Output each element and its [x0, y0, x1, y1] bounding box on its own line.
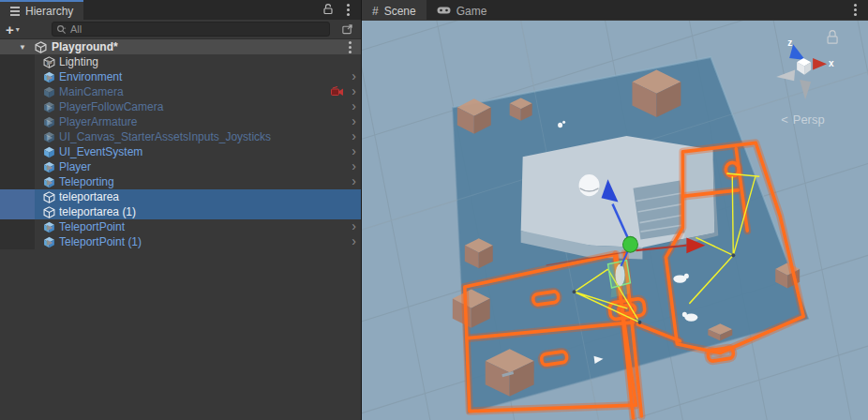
- foldout-arrow-icon[interactable]: ▶: [44, 58, 55, 67]
- tab-hierarchy[interactable]: Hierarchy: [0, 0, 83, 20]
- foldout-arrow-icon[interactable]: ▶: [44, 163, 55, 172]
- hierarchy-item-maincamera[interactable]: MainCamera›: [0, 84, 361, 99]
- hierarchy-item-playerarmature[interactable]: ▶PlayerArmature›: [0, 114, 361, 129]
- hierarchy-item-label: PlayerArmature: [59, 115, 137, 128]
- prefab-open-chevron[interactable]: ›: [352, 144, 356, 158]
- gameobject-cube-icon: [43, 191, 55, 203]
- foldout-arrow-icon[interactable]: ▼: [19, 43, 35, 52]
- prefab-open-chevron[interactable]: ›: [352, 174, 356, 188]
- prefab-cube-icon: [43, 131, 55, 143]
- hierarchy-item-teleporting[interactable]: ▶Teleporting›: [0, 174, 361, 189]
- hierarchy-item-player[interactable]: ▶Player›: [0, 159, 361, 174]
- prefab-open-chevron[interactable]: ›: [352, 219, 356, 233]
- prefab-open-chevron[interactable]: ›: [352, 114, 356, 128]
- hierarchy-item-label: Environment: [59, 70, 122, 83]
- hierarchy-item-label: Lighting: [59, 55, 98, 68]
- hierarchy-item-label: PlayerFollowCamera: [59, 100, 163, 113]
- hierarchy-list-icon: [10, 10, 20, 12]
- search-icon: [56, 24, 67, 35]
- prefab-open-chevron[interactable]: ›: [352, 234, 356, 248]
- gamepad-icon: [437, 5, 451, 18]
- tab-scene[interactable]: # Scene: [362, 0, 427, 20]
- prefab-open-chevron[interactable]: ›: [352, 69, 356, 83]
- hierarchy-item-teleportarea-1[interactable]: teleportarea (1): [0, 204, 361, 219]
- hierarchy-item-label: TeleportPoint: [59, 220, 125, 233]
- sphere-prop: [579, 174, 600, 196]
- hierarchy-item-teleportpoint-1[interactable]: ▶TeleportPoint (1)›: [0, 234, 361, 249]
- prefab-open-chevron[interactable]: ›: [352, 159, 356, 173]
- foldout-arrow-icon[interactable]: ▶: [44, 238, 55, 247]
- scene-grid-icon: #: [372, 5, 379, 18]
- scene-view-menu-icon[interactable]: [854, 8, 857, 11]
- hierarchy-item-label: UI_EventSystem: [59, 145, 142, 158]
- hierarchy-search-placeholder: All: [70, 23, 82, 35]
- hierarchy-tabstrip: Hierarchy: [0, 0, 361, 20]
- tab-game[interactable]: Game: [427, 0, 498, 20]
- prefab-cube-icon: [43, 146, 55, 158]
- foldout-arrow-icon[interactable]: ▶: [44, 223, 55, 232]
- game-tab-label: Game: [456, 5, 487, 18]
- hierarchy-search-input[interactable]: All: [52, 22, 330, 37]
- hierarchy-item-label: teleportarea: [59, 190, 119, 203]
- hierarchy-item-teleportpoint[interactable]: ▶TeleportPoint›: [0, 219, 361, 234]
- scene-tabstrip: # Scene Game: [362, 0, 868, 20]
- selected-object-highlight: [608, 261, 631, 298]
- scene-canvas[interactable]: z x <Persp: [362, 21, 868, 420]
- prefab-cube-icon: [43, 116, 55, 128]
- z-axis-label: z: [787, 38, 792, 48]
- prefab-open-chevron[interactable]: ›: [352, 84, 356, 98]
- hierarchy-item-label: MainCamera: [59, 85, 124, 98]
- prefab-open-chevron[interactable]: ›: [352, 99, 356, 113]
- hierarchy-item-playerfollowcamera[interactable]: ▶PlayerFollowCamera›: [0, 99, 361, 114]
- x-axis-label: x: [829, 58, 834, 68]
- hierarchy-item-teleportarea[interactable]: teleportarea: [0, 189, 361, 204]
- search-in-window-icon[interactable]: [341, 22, 353, 39]
- unity-scene-icon: [35, 41, 47, 53]
- prefab-cube-icon: [43, 86, 55, 98]
- y-axis-handle: [622, 236, 637, 252]
- hierarchy-item-label: teleportarea (1): [59, 205, 136, 218]
- hierarchy-item-ui-eventsystem[interactable]: UI_EventSystem›: [0, 144, 361, 159]
- camera-gizmo-icon[interactable]: [331, 86, 344, 98]
- hierarchy-item-list: ▶Lighting▶Environment›MainCamera›▶Player…: [0, 54, 361, 249]
- hierarchy-item-lighting[interactable]: ▶Lighting: [0, 54, 361, 69]
- prefab-open-chevron[interactable]: ›: [352, 129, 356, 143]
- unity-editor-window: Hierarchy + ▾ All ▼: [0, 0, 868, 420]
- hierarchy-item-ui-canvas-starterassetsinputs-joysticks[interactable]: ▶UI_Canvas_StarterAssetsInputs_Joysticks…: [0, 129, 361, 144]
- scene-view-panel: # Scene Game Shaded ▾ 2D: [362, 0, 868, 420]
- create-object-button[interactable]: + ▾: [6, 22, 20, 37]
- prefab-cube-icon: [43, 101, 55, 113]
- scene-header-playground[interactable]: ▼ Playground*: [0, 39, 361, 54]
- scene-name-label: Playground*: [52, 40, 118, 53]
- hierarchy-menu-icon[interactable]: [347, 8, 350, 11]
- foldout-arrow-icon[interactable]: ▶: [44, 178, 55, 187]
- hierarchy-panel: Hierarchy + ▾ All ▼: [0, 0, 361, 420]
- hierarchy-toolbar: + ▾ All: [0, 20, 361, 39]
- hierarchy-tab-label: Hierarchy: [25, 5, 73, 18]
- persp-projection-toggle[interactable]: <Persp: [781, 112, 824, 127]
- foldout-arrow-icon[interactable]: ▶: [44, 73, 55, 82]
- scene-menu-icon[interactable]: [349, 46, 352, 49]
- scene-tab-label: Scene: [384, 5, 416, 18]
- lock-icon[interactable]: [322, 2, 334, 19]
- hierarchy-item-label: Teleporting: [59, 175, 114, 188]
- hierarchy-item-label: Player: [59, 160, 91, 173]
- hierarchy-item-label: UI_Canvas_StarterAssetsInputs_Joysticks: [59, 130, 271, 143]
- hierarchy-item-environment[interactable]: ▶Environment›: [0, 69, 361, 84]
- hierarchy-item-label: TeleportPoint (1): [59, 235, 142, 248]
- gameobject-cube-icon: [43, 206, 55, 218]
